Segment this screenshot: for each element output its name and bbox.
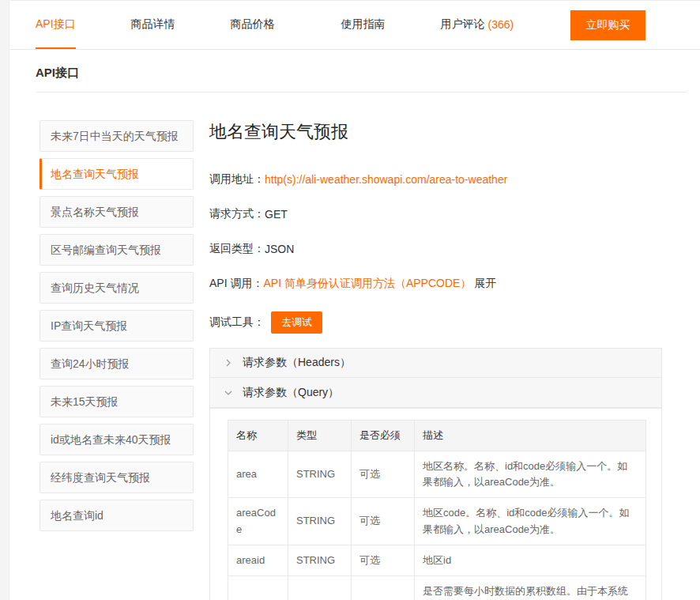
call-address-link[interactable]: http(s)://ali-weather.showapi.com/area-t… [265,173,507,186]
table-row: need3HourForcast STRING 可选 是否需要每小时数据的累积数… [228,575,646,600]
section-heading-wrap: API接口 [36,50,687,92]
param-type: STRING [288,575,352,600]
api-sidebar: 未来7日中当天的天气预报 地名查询天气预报 景点名称天气预报 区号邮编查询天气预… [40,120,194,600]
col-header-description: 描述 [415,421,646,451]
meta-return-type: 返回类型： JSON [209,242,662,256]
sidebar-item-area-id[interactable]: 地名查询id [40,500,194,531]
param-required: 可选 [352,498,415,545]
page-title: 地名查询天气预报 [209,120,662,144]
table-header-row: 名称 类型 是否必须 描述 [228,421,646,451]
param-required: 可选 [352,575,415,600]
param-name: need3HourForcast [228,575,288,600]
params-accordion: 请求参数（Headers） 请求参数（Query） 名称 类型 [209,348,662,600]
chevron-right-icon [224,359,232,367]
tab-user-reviews[interactable]: 用户评论 (366) [441,1,514,49]
param-description: 地区名称。名称、id和code必须输入一个。如果都输入，以areaCode为准。 [415,451,646,498]
param-type: STRING [288,451,352,498]
param-name: areaid [228,545,288,575]
sidebar-item-history-weather[interactable]: 查询历史天气情况 [40,272,194,304]
col-header-type: 类型 [288,421,352,451]
param-description: 地区code。名称、id和code必须输入一个。如果都输入，以areaCode为… [415,498,646,545]
sidebar-item-area-weather[interactable]: 地名查询天气预报 [40,158,194,190]
api-call-method-link[interactable]: API 简单身份认证调用方法（APPCODE） [263,277,471,291]
sidebar-item-latlng-weather[interactable]: 经纬度查询天气预报 [40,462,194,493]
param-description: 是否需要每小时数据的累积数组。由于本系统是半小时刷一次实时状态，因此实时数组最大… [415,575,646,600]
top-nav: API接口 商品详情 商品价格 使用指南 用户评论 (366) 立即购买 [10,1,700,50]
tab-product-detail[interactable]: 商品详情 [131,1,175,49]
content-row: 未来7日中当天的天气预报 地名查询天气预报 景点名称天气预报 区号邮编查询天气预… [10,92,700,600]
sidebar-item-scenic-weather[interactable]: 景点名称天气预报 [40,196,194,228]
accordion-query-params[interactable]: 请求参数（Query） [209,378,662,408]
table-row: areaid STRING 可选 地区id [228,545,646,575]
param-description: 地区id [415,545,646,575]
tab-user-reviews-label: 用户评论 [441,17,485,32]
sidebar-item-24hour[interactable]: 查询24小时预报 [40,348,194,379]
sidebar-item-7day-today[interactable]: 未来7日中当天的天气预报 [40,120,194,152]
param-name: area [228,451,288,498]
go-debug-button[interactable]: 去调试 [271,311,322,334]
query-params-body: 名称 类型 是否必须 描述 area STRING 可选 地区名 [209,408,662,600]
section-title: API接口 [36,66,687,81]
return-type-label: 返回类型： [209,242,265,256]
accordion-query-title: 请求参数（Query） [243,386,339,400]
api-detail-panel: 地名查询天气预报 调用地址： http(s)://ali-weather.sho… [209,120,662,600]
tab-product-price[interactable]: 商品价格 [231,1,275,49]
sidebar-item-15day[interactable]: 未来15天预报 [40,386,194,417]
param-type: STRING [288,498,352,545]
param-name: areaCode [228,498,288,545]
tab-api[interactable]: API接口 [36,1,76,49]
table-row: area STRING 可选 地区名称。名称、id和code必须输入一个。如果都… [228,451,646,498]
param-type: STRING [288,545,352,575]
debug-tool-label: 调试工具： [209,315,265,330]
query-params-table: 名称 类型 是否必须 描述 area STRING 可选 地区名 [228,420,646,600]
accordion-headers-title: 请求参数（Headers） [243,356,351,370]
page-left-gutter [0,0,9,600]
tab-usage-guide[interactable]: 使用指南 [341,1,386,49]
param-required: 可选 [352,451,415,498]
accordion-headers-params[interactable]: 请求参数（Headers） [209,348,662,378]
meta-debug-tool: 调试工具： 去调试 [209,311,662,334]
col-header-name: 名称 [228,421,288,451]
expand-toggle[interactable]: 展开 [474,277,496,291]
content-card: API接口 商品详情 商品价格 使用指南 用户评论 (366) 立即购买 API… [10,0,700,600]
sidebar-item-code-zip-weather[interactable]: 区号邮编查询天气预报 [40,234,194,266]
request-method-value: GET [265,208,288,221]
col-header-required: 是否必须 [352,421,415,451]
call-address-label: 调用地址： [209,172,265,187]
param-required: 可选 [352,545,415,575]
meta-request-method: 请求方式： GET [209,207,662,221]
chevron-down-icon [224,389,232,397]
meta-api-call: API 调用： API 简单身份认证调用方法（APPCODE） 展开 [209,277,662,291]
return-type-value: JSON [265,243,294,255]
buy-now-button[interactable]: 立即购买 [570,10,645,40]
sidebar-item-40day[interactable]: id或地名查未来40天预报 [40,424,194,455]
api-call-label: API 调用： [209,277,263,291]
meta-call-address: 调用地址： http(s)://ali-weather.showapi.com/… [209,172,662,187]
table-row: areaCode STRING 可选 地区code。名称、id和code必须输入… [228,498,646,545]
sidebar-item-ip-weather[interactable]: IP查询天气预报 [40,310,194,342]
review-count-badge: (366) [488,18,514,31]
request-method-label: 请求方式： [209,207,265,221]
